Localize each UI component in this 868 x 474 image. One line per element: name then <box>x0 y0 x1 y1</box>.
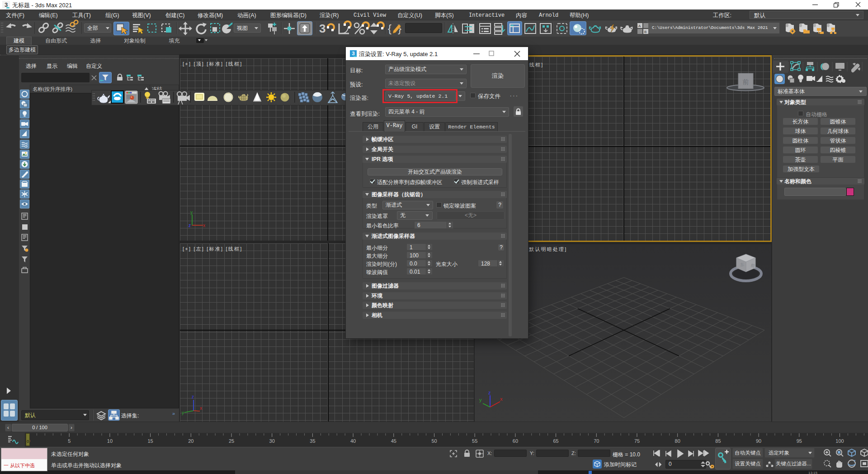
svg-text:45: 45 <box>391 438 396 444</box>
svg-text:x: x <box>203 223 205 228</box>
svg-text:y: y <box>190 210 193 215</box>
svg-text:50: 50 <box>431 438 437 444</box>
svg-text:20: 20 <box>188 438 193 444</box>
svg-text:70: 70 <box>594 438 599 444</box>
svg-text:前: 前 <box>743 78 749 85</box>
svg-text:40: 40 <box>350 438 356 444</box>
svg-text:95: 95 <box>797 438 802 444</box>
svg-text:35: 35 <box>310 438 315 444</box>
svg-text:15: 15 <box>147 438 153 444</box>
svg-text:85: 85 <box>715 438 721 444</box>
svg-text:10: 10 <box>107 438 113 444</box>
svg-text:5: 5 <box>68 438 71 444</box>
svg-text:z: z <box>189 223 191 228</box>
svg-text:60: 60 <box>513 438 518 444</box>
svg-text:65: 65 <box>553 438 558 444</box>
svg-text:75: 75 <box>634 438 640 444</box>
svg-text:100: 100 <box>835 438 844 444</box>
svg-text:55: 55 <box>472 438 477 444</box>
svg-text:80: 80 <box>675 438 680 444</box>
svg-text:x: x <box>200 406 202 411</box>
svg-text:3: 3 <box>352 51 354 56</box>
svg-text:3: 3 <box>5 1 8 8</box>
svg-text:y: y <box>182 410 184 415</box>
svg-text:90: 90 <box>756 438 761 444</box>
svg-text:3: 3 <box>319 22 326 35</box>
svg-text:x: x <box>500 396 503 402</box>
svg-text:30: 30 <box>269 438 275 444</box>
svg-text:A: A <box>638 24 641 28</box>
svg-text:y: y <box>479 397 482 403</box>
svg-text:z: z <box>192 394 194 399</box>
svg-text:B: B <box>644 30 646 34</box>
svg-text:z: z <box>488 390 491 395</box>
svg-text:25: 25 <box>229 438 234 444</box>
svg-text:{: { <box>388 22 392 34</box>
